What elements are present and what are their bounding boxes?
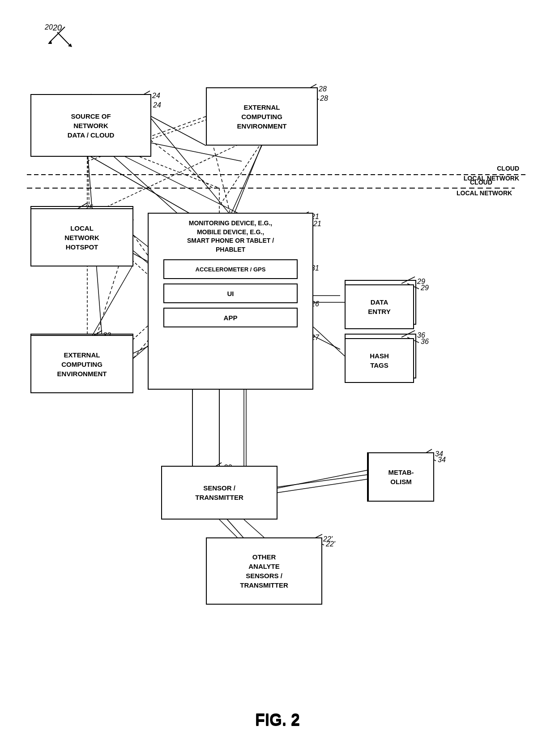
- svg-text:24: 24: [153, 101, 161, 109]
- svg-line-94: [278, 470, 367, 488]
- fig-title-final: FIG. 2: [255, 711, 300, 730]
- svg-line-75: [231, 146, 262, 215]
- source-network-box-final: SOURCE OFNETWORKDATA / CLOUD: [30, 94, 151, 157]
- monitoring-device-text: MONITORING DEVICE, E.G.,MOBILE DEVICE, E…: [149, 214, 312, 257]
- svg-line-93: [278, 479, 367, 493]
- monitoring-device-outer-box: MONITORING DEVICE, E.G.,MOBILE DEVICE, E…: [148, 213, 313, 390]
- svg-line-33: [401, 277, 415, 284]
- other-analyte-box-final: OTHERANALYTESENSORS /TRANSMITTER: [206, 537, 322, 605]
- svg-line-18: [269, 475, 367, 488]
- svg-text:LOCAL NETWORK: LOCAL NETWORK: [457, 189, 512, 197]
- fig-ref-arrow: [40, 18, 76, 45]
- svg-line-91: [219, 520, 237, 537]
- sensor-transmitter-box-final: SENSOR /TRANSMITTER: [161, 466, 278, 520]
- ref-29-arrow: [399, 275, 422, 284]
- svg-text:21: 21: [313, 220, 321, 228]
- svg-line-92: [244, 520, 264, 537]
- local-network-label: LOCAL NETWORK: [464, 175, 519, 182]
- accelerometer-inner-box: ACCELEROMETER / GPS: [163, 259, 298, 279]
- data-entry-box-final: DATAENTRY: [345, 284, 414, 329]
- ref-36-arrow: [399, 328, 422, 338]
- ext-computing-top-box-final: EXTERNALCOMPUTINGENVIRONMENT: [206, 87, 318, 146]
- app-inner-box: APP: [163, 308, 298, 327]
- svg-line-34: [401, 331, 415, 337]
- diagram: 20 SOURCE OF NETWORK DATA / CLOUD 24 EXT…: [0, 0, 555, 756]
- svg-line-5: [219, 139, 264, 206]
- ext-computing-bottom-box-final: EXTERNALCOMPUTINGENVIRONMENT: [30, 335, 133, 393]
- local-network-hotspot-box-final: LOCALNETWORKHOTSPOT: [30, 208, 133, 266]
- svg-line-77: [151, 116, 206, 146]
- svg-line-24: [49, 27, 65, 43]
- cloud-label: CLOUD: [497, 165, 519, 172]
- metabolism-box-final: METAB-OLISM: [368, 452, 434, 502]
- ui-inner-box: UI: [163, 284, 298, 303]
- hash-tags-box-final: HASHTAGS: [345, 338, 414, 383]
- svg-text:28: 28: [320, 94, 328, 102]
